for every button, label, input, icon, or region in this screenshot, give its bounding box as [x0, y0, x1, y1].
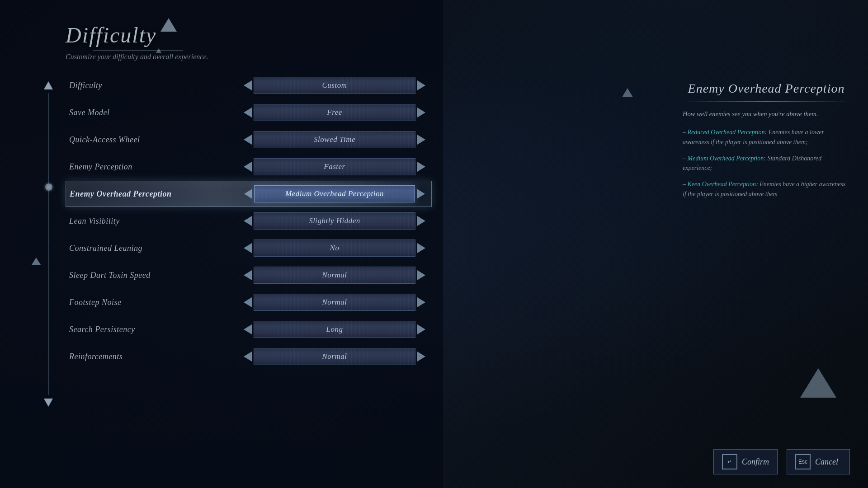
- info-options: – Reduced Overhead Perception: Enemies h…: [683, 127, 850, 199]
- arrow-right-enemy-perception[interactable]: [415, 160, 428, 173]
- setting-name-sleep-dart-toxin-speed: Sleep Dart Toxin Speed: [69, 271, 241, 280]
- arrow-left-reinforcements[interactable]: [241, 350, 254, 363]
- confirm-label: Confirm: [742, 457, 769, 467]
- info-title-divider: [683, 101, 850, 102]
- setting-name-save-model: Save Model: [69, 108, 241, 117]
- info-panel-title: Enemy Overhead Perception: [683, 81, 850, 96]
- setting-row-search-persistency[interactable]: Search Persistency Long: [66, 316, 432, 343]
- setting-row-lean-visibility[interactable]: Lean Visibility Slightly Hidden: [66, 208, 432, 234]
- setting-row-sleep-dart-toxin-speed[interactable]: Sleep Dart Toxin Speed Normal: [66, 262, 432, 288]
- scroll-indicator: [44, 81, 53, 407]
- arrow-right-icon-footstep-noise: [417, 297, 425, 307]
- title-line: [93, 50, 183, 51]
- arrow-left-icon-footstep-noise: [244, 297, 252, 307]
- info-option-label-2: Keen Overhead Perception: [688, 181, 756, 188]
- cancel-button[interactable]: Esc Cancel: [787, 449, 850, 474]
- arrow-left-footstep-noise[interactable]: [241, 296, 254, 309]
- value-selector-save-model: Free: [241, 104, 428, 121]
- setting-name-constrained-leaning: Constrained Leaning: [69, 244, 241, 253]
- value-bar-footstep-noise: Normal: [254, 294, 415, 311]
- value-bar-save-model: Free: [254, 104, 415, 121]
- info-option-2: – Keen Overhead Perception: Enemies have…: [683, 179, 850, 199]
- arrow-right-lean-visibility[interactable]: [415, 215, 428, 227]
- value-text-constrained-leaning: No: [330, 244, 340, 253]
- value-text-enemy-perception: Faster: [324, 162, 345, 171]
- scroll-arrow-up[interactable]: [44, 81, 53, 89]
- arrow-right-icon-constrained-leaning: [417, 243, 425, 253]
- value-selector-reinforcements: Normal: [241, 348, 428, 365]
- info-description: How well enemies see you when you're abo…: [683, 109, 850, 119]
- scroll-thumb[interactable]: [45, 183, 52, 191]
- arrow-left-save-model[interactable]: [241, 106, 254, 119]
- arrow-right-icon-reinforcements: [417, 352, 425, 361]
- title-diamond-small: [156, 48, 161, 53]
- scroll-arrow-down[interactable]: [44, 399, 53, 407]
- value-text-enemy-overhead-perception: Medium Overhead Perception: [285, 189, 384, 198]
- setting-name-lean-visibility: Lean Visibility: [69, 216, 241, 226]
- setting-name-reinforcements: Reinforcements: [69, 352, 241, 361]
- arrow-left-constrained-leaning[interactable]: [241, 242, 254, 254]
- setting-row-quick-access-wheel[interactable]: Quick-Access Wheel Slowed Time: [66, 127, 432, 153]
- page-title: Difficulty: [66, 23, 868, 47]
- value-selector-enemy-perception: Faster: [241, 158, 428, 175]
- value-bar-constrained-leaning: No: [254, 239, 415, 257]
- setting-row-footstep-noise[interactable]: Footstep Noise Normal: [66, 289, 432, 315]
- arrow-left-icon-quick-access-wheel: [244, 135, 252, 145]
- value-selector-quick-access-wheel: Slowed Time: [241, 131, 428, 148]
- arrow-right-reinforcements[interactable]: [415, 350, 428, 363]
- value-selector-sleep-dart-toxin-speed: Normal: [241, 267, 428, 284]
- info-option-1: – Medium Overhead Perception: Standard D…: [683, 154, 850, 173]
- arrow-left-enemy-perception[interactable]: [241, 160, 254, 173]
- value-text-search-persistency: Long: [326, 325, 343, 334]
- arrow-right-save-model[interactable]: [415, 106, 428, 119]
- setting-row-enemy-overhead-perception[interactable]: Enemy Overhead Perception Medium Overhea…: [66, 181, 432, 207]
- arrow-left-difficulty[interactable]: [241, 79, 254, 92]
- value-selector-constrained-leaning: No: [241, 239, 428, 257]
- arrow-right-icon-difficulty: [417, 80, 425, 90]
- value-text-footstep-noise: Normal: [322, 298, 347, 307]
- settings-list: Difficulty Custom Save Model Free: [66, 72, 432, 370]
- enter-icon: ↵: [727, 459, 732, 465]
- value-selector-footstep-noise: Normal: [241, 294, 428, 311]
- arrow-right-quick-access-wheel[interactable]: [415, 133, 428, 146]
- arrow-right-constrained-leaning[interactable]: [415, 242, 428, 254]
- value-text-difficulty: Custom: [322, 81, 347, 90]
- setting-row-difficulty[interactable]: Difficulty Custom: [66, 72, 432, 99]
- setting-name-footstep-noise: Footstep Noise: [69, 298, 241, 307]
- value-bar-quick-access-wheel: Slowed Time: [254, 131, 415, 148]
- arrow-left-lean-visibility[interactable]: [241, 215, 254, 227]
- arrow-right-icon-enemy-perception: [417, 162, 425, 172]
- setting-row-save-model[interactable]: Save Model Free: [66, 99, 432, 126]
- arrow-right-icon-search-persistency: [417, 324, 425, 334]
- bottom-buttons: ↵ Confirm Esc Cancel: [713, 449, 850, 474]
- info-panel: Enemy Overhead Perception How well enemi…: [683, 81, 850, 205]
- arrow-right-sleep-dart-toxin-speed[interactable]: [415, 269, 428, 282]
- title-decoration: [66, 50, 868, 51]
- setting-row-constrained-leaning[interactable]: Constrained Leaning No: [66, 235, 432, 261]
- arrow-right-enemy-overhead-perception[interactable]: [415, 188, 428, 200]
- arrow-right-search-persistency[interactable]: [415, 323, 428, 336]
- arrow-left-enemy-overhead-perception[interactable]: [241, 188, 254, 200]
- value-text-save-model: Free: [327, 108, 342, 117]
- confirm-button[interactable]: ↵ Confirm: [713, 449, 778, 474]
- info-option-0: – Reduced Overhead Perception: Enemies h…: [683, 127, 850, 147]
- arrow-right-icon-enemy-overhead-perception: [417, 189, 425, 199]
- arrow-right-difficulty[interactable]: [415, 79, 428, 92]
- confirm-key: ↵: [722, 454, 737, 469]
- arrow-left-search-persistency[interactable]: [241, 323, 254, 336]
- arrow-right-icon-sleep-dart-toxin-speed: [417, 270, 425, 280]
- arrow-left-icon-constrained-leaning: [244, 243, 252, 253]
- arrow-left-icon-sleep-dart-toxin-speed: [244, 270, 252, 280]
- setting-row-enemy-perception[interactable]: Enemy Perception Faster: [66, 154, 432, 180]
- setting-row-reinforcements[interactable]: Reinforcements Normal: [66, 343, 432, 370]
- arrow-right-footstep-noise[interactable]: [415, 296, 428, 309]
- value-bar-enemy-overhead-perception: Medium Overhead Perception: [254, 185, 415, 202]
- arrow-left-sleep-dart-toxin-speed[interactable]: [241, 269, 254, 282]
- value-selector-enemy-overhead-perception: Medium Overhead Perception: [241, 185, 428, 202]
- arrow-left-quick-access-wheel[interactable]: [241, 133, 254, 146]
- arrow-right-icon-save-model: [417, 108, 425, 117]
- arrow-left-icon-lean-visibility: [244, 216, 252, 226]
- arrow-left-icon-search-persistency: [244, 324, 252, 334]
- arrow-left-icon-reinforcements: [244, 352, 252, 361]
- value-text-sleep-dart-toxin-speed: Normal: [322, 271, 347, 280]
